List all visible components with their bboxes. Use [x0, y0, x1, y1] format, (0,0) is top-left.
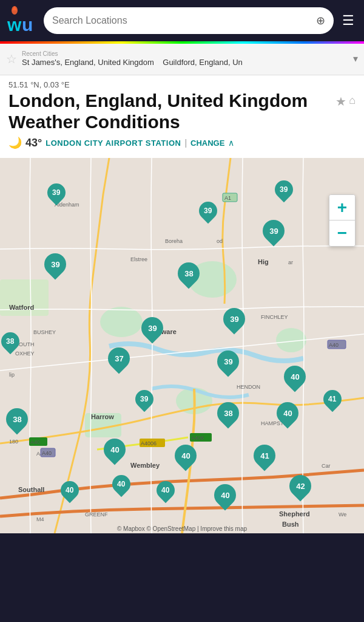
change-station-link[interactable]: CHANGE: [190, 138, 224, 148]
recent-city-1[interactable]: St James's, England, United Kingdom: [22, 58, 154, 67]
svg-text:lip: lip: [9, 372, 15, 378]
favorite-star-icon[interactable]: ☆: [6, 52, 17, 66]
weather-pin[interactable]: 39: [135, 390, 153, 408]
svg-text:180: 180: [9, 439, 18, 445]
svg-text:Hig: Hig: [258, 258, 269, 265]
weather-pin[interactable]: 40: [175, 445, 197, 466]
weather-pin[interactable]: 40: [277, 402, 298, 424]
recent-label: Recent Cities: [22, 50, 351, 57]
svg-text:Boreha: Boreha: [165, 238, 183, 244]
weather-pin[interactable]: 38: [1, 332, 19, 350]
expand-arrow-icon[interactable]: ▾: [353, 53, 358, 64]
weather-pin[interactable]: 41: [254, 445, 275, 466]
svg-text:HENDON: HENDON: [237, 384, 260, 390]
weather-pin[interactable]: 40: [157, 481, 175, 499]
recent-cities-list[interactable]: St James's, England, United Kingdom Guil…: [22, 58, 351, 67]
recent-cities-bar[interactable]: ☆ Recent Cities St James's, England, Uni…: [0, 44, 364, 75]
location-favorite-icon[interactable]: ★: [335, 94, 346, 109]
svg-text:Car: Car: [322, 463, 331, 469]
weather-pin[interactable]: 40: [214, 484, 236, 506]
svg-text:Southall: Southall: [18, 486, 44, 493]
weather-pin[interactable]: 40: [284, 366, 306, 388]
svg-text:A40: A40: [42, 450, 52, 456]
weather-pin[interactable]: 38: [6, 408, 28, 430]
svg-text:Harrow: Harrow: [91, 413, 114, 420]
svg-text:OXHEY: OXHEY: [15, 350, 35, 357]
svg-text:We: We: [339, 511, 346, 518]
svg-text:ar: ar: [288, 259, 293, 265]
svg-text:Bush: Bush: [282, 521, 299, 528]
station-name: LONDON CITY AIRPORT STATION: [46, 138, 181, 148]
weather-pin[interactable]: 37: [108, 347, 130, 369]
location-title: London, England, United Kingdom Weather …: [8, 91, 331, 132]
svg-text:Elstree: Elstree: [130, 256, 147, 262]
weather-pin[interactable]: 39: [217, 350, 239, 372]
menu-icon[interactable]: ☰: [340, 10, 357, 31]
weather-map[interactable]: Watford lip SOUTH OXHEY BUSHEY Harrow We…: [0, 158, 364, 533]
svg-text:Watford: Watford: [9, 304, 34, 311]
weather-pin[interactable]: 40: [112, 475, 130, 493]
svg-text:A40: A40: [329, 342, 339, 348]
chevron-up-icon[interactable]: ∧: [228, 138, 234, 148]
recent-cities-wrapper: Recent Cities St James's, England, Unite…: [22, 50, 351, 67]
search-input[interactable]: [52, 15, 311, 26]
weather-pin[interactable]: 39: [44, 253, 66, 275]
weather-pin[interactable]: 39: [275, 180, 293, 199]
home-icon[interactable]: ⌂: [349, 94, 356, 109]
svg-text:od: od: [217, 238, 223, 244]
target-icon: ⊕: [316, 14, 325, 27]
svg-text:w: w: [7, 15, 22, 33]
svg-text:u: u: [22, 15, 32, 33]
coordinates: 51.51 °N, 0.03 °E: [8, 80, 356, 89]
zoom-controls: + −: [329, 194, 356, 247]
recent-city-2[interactable]: Guildford, England, Un: [163, 58, 243, 67]
search-bar[interactable]: ⊕: [44, 7, 334, 34]
svg-text:M4: M4: [36, 516, 44, 522]
station-bar: 🌙 43° LONDON CITY AIRPORT STATION | CHAN…: [8, 136, 356, 154]
map-attribution: © Mapbox © OpenStreetMap | Improve this …: [117, 525, 247, 532]
weather-pin[interactable]: 42: [289, 475, 311, 497]
svg-text:A40: A40: [30, 439, 40, 445]
svg-text:A4006: A4006: [141, 440, 157, 446]
weather-pin[interactable]: 40: [104, 439, 126, 460]
weather-pin[interactable]: 39: [263, 220, 285, 242]
weather-pin[interactable]: 38: [178, 262, 200, 284]
temperature-display: 43°: [25, 137, 42, 149]
zoom-out-button[interactable]: −: [329, 220, 355, 246]
separator: |: [184, 138, 187, 148]
weather-pin[interactable]: 38: [217, 402, 239, 424]
svg-point-5: [100, 307, 143, 337]
weather-pin[interactable]: 39: [223, 308, 245, 330]
weather-pin[interactable]: 39: [199, 202, 217, 220]
location-info: 51.51 °N, 0.03 °E London, England, Unite…: [0, 75, 364, 158]
weather-pin[interactable]: 39: [47, 183, 66, 202]
svg-text:Shepherd: Shepherd: [279, 510, 310, 518]
svg-text:FINCHLEY: FINCHLEY: [261, 314, 288, 320]
svg-text:Wembley: Wembley: [130, 462, 160, 469]
app-logo: w u: [7, 4, 38, 38]
moon-icon: 🌙: [8, 136, 22, 149]
svg-text:GREENF: GREENF: [85, 511, 108, 518]
zoom-in-button[interactable]: +: [329, 195, 355, 220]
svg-text:A406: A406: [191, 435, 204, 441]
svg-text:BUSHEY: BUSHEY: [33, 329, 56, 335]
weather-pin[interactable]: 39: [141, 317, 163, 339]
weather-pin[interactable]: 40: [61, 481, 79, 499]
svg-text:A1: A1: [224, 195, 231, 201]
app-header: w u ⊕ ☰: [0, 0, 364, 41]
weather-pin[interactable]: 41: [323, 390, 342, 408]
